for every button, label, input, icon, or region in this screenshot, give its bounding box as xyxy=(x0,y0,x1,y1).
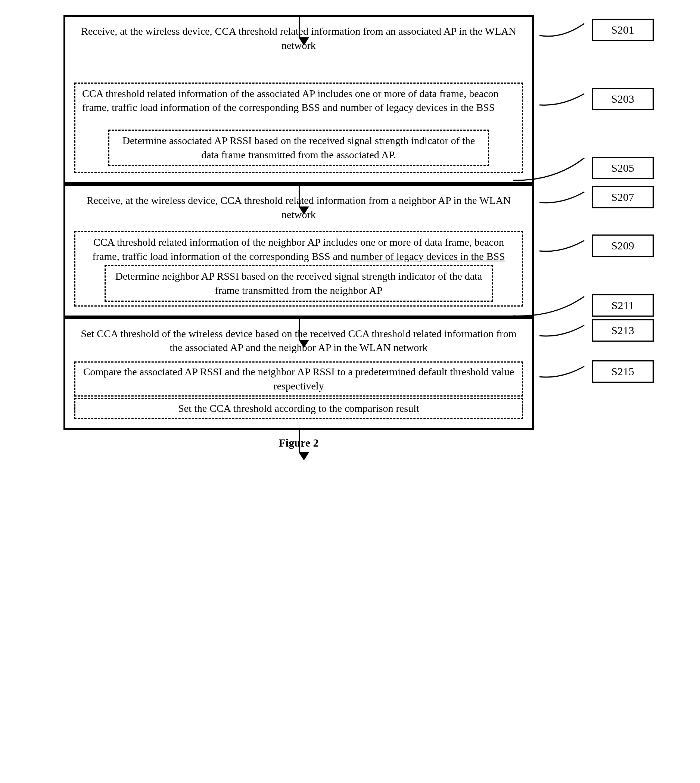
connector-s207 xyxy=(540,186,592,208)
label-s209: S209 xyxy=(592,235,654,257)
label-s201: S201 xyxy=(592,19,654,41)
step-s213-text: Set CCA threshold of the wireless device… xyxy=(74,327,523,355)
step-s211-text: Determine neighbor AP RSSI based on the … xyxy=(112,269,485,298)
label-s203: S203 xyxy=(592,88,654,110)
step-s211-box: Determine neighbor AP RSSI based on the … xyxy=(105,265,493,302)
step-s213-box: Set CCA threshold of the wireless device… xyxy=(63,317,534,430)
flowchart: Receive, at the wireless device, CCA thr… xyxy=(37,15,560,449)
step-s209-box: CCA threshold related information of the… xyxy=(74,231,523,306)
step-s203-text: CCA threshold related information of the… xyxy=(82,87,515,115)
connector-s211 xyxy=(540,290,592,320)
connector-s213 xyxy=(540,319,592,342)
step-s209-text-b: number of legacy devices in the BSS xyxy=(350,250,505,262)
step-s201-box: Receive, at the wireless device, CCA thr… xyxy=(63,15,534,184)
step-s215-box: Compare the associated AP RSSI and the n… xyxy=(74,362,523,396)
step-s207-box: Receive, at the wireless device, CCA thr… xyxy=(63,184,534,317)
step-s201-text: Receive, at the wireless device, CCA thr… xyxy=(74,24,523,53)
label-s213: S213 xyxy=(592,319,654,342)
connector-s201 xyxy=(540,17,592,43)
step-s205-text: Determine associated AP RSSI based on th… xyxy=(116,134,481,162)
step-s215b-box: Set the CCA threshold according to the c… xyxy=(74,398,523,419)
step-s205-box: Determine associated AP RSSI based on th… xyxy=(108,130,489,166)
step-s209-text: CCA threshold related information of the… xyxy=(82,235,515,263)
step-s215-text: Compare the associated AP RSSI and the n… xyxy=(82,365,515,393)
label-s207: S207 xyxy=(592,186,654,208)
label-s205: S205 xyxy=(592,157,654,179)
connector-s205 xyxy=(540,151,592,185)
connector-s203 xyxy=(540,88,592,110)
label-s211: S211 xyxy=(592,294,654,317)
label-s215: S215 xyxy=(592,360,654,383)
connector-s215 xyxy=(540,360,592,383)
connector-s209 xyxy=(540,235,592,257)
step-s207-text: Receive, at the wireless device, CCA thr… xyxy=(74,193,523,222)
step-s203-box: CCA threshold related information of the… xyxy=(74,83,523,173)
step-s215b-text: Set the CCA threshold according to the c… xyxy=(82,401,515,416)
